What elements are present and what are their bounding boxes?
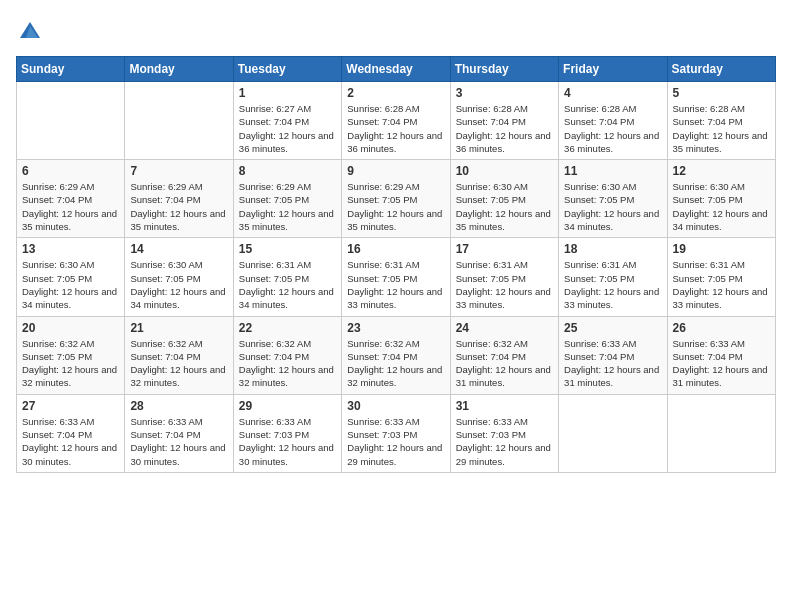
day-cell: 22Sunrise: 6:32 AM Sunset: 7:04 PM Dayli… [233,316,341,394]
day-cell [17,82,125,160]
header-saturday: Saturday [667,57,775,82]
logo [16,16,48,44]
day-number: 22 [239,321,336,335]
day-cell: 11Sunrise: 6:30 AM Sunset: 7:05 PM Dayli… [559,160,667,238]
day-info: Sunrise: 6:33 AM Sunset: 7:04 PM Dayligh… [564,337,661,390]
day-cell [125,82,233,160]
day-cell: 27Sunrise: 6:33 AM Sunset: 7:04 PM Dayli… [17,394,125,472]
day-cell: 2Sunrise: 6:28 AM Sunset: 7:04 PM Daylig… [342,82,450,160]
day-cell: 26Sunrise: 6:33 AM Sunset: 7:04 PM Dayli… [667,316,775,394]
day-info: Sunrise: 6:28 AM Sunset: 7:04 PM Dayligh… [456,102,553,155]
day-number: 19 [673,242,770,256]
day-cell: 3Sunrise: 6:28 AM Sunset: 7:04 PM Daylig… [450,82,558,160]
day-number: 29 [239,399,336,413]
day-info: Sunrise: 6:32 AM Sunset: 7:04 PM Dayligh… [347,337,444,390]
day-cell: 28Sunrise: 6:33 AM Sunset: 7:04 PM Dayli… [125,394,233,472]
day-info: Sunrise: 6:33 AM Sunset: 7:03 PM Dayligh… [239,415,336,468]
week-row-5: 27Sunrise: 6:33 AM Sunset: 7:04 PM Dayli… [17,394,776,472]
week-row-4: 20Sunrise: 6:32 AM Sunset: 7:05 PM Dayli… [17,316,776,394]
day-info: Sunrise: 6:31 AM Sunset: 7:05 PM Dayligh… [456,258,553,311]
day-cell: 25Sunrise: 6:33 AM Sunset: 7:04 PM Dayli… [559,316,667,394]
calendar-table: SundayMondayTuesdayWednesdayThursdayFrid… [16,56,776,473]
header-tuesday: Tuesday [233,57,341,82]
calendar-body: 1Sunrise: 6:27 AM Sunset: 7:04 PM Daylig… [17,82,776,473]
day-cell: 10Sunrise: 6:30 AM Sunset: 7:05 PM Dayli… [450,160,558,238]
page-header [16,16,776,44]
day-info: Sunrise: 6:29 AM Sunset: 7:05 PM Dayligh… [347,180,444,233]
day-info: Sunrise: 6:31 AM Sunset: 7:05 PM Dayligh… [564,258,661,311]
day-cell [559,394,667,472]
day-number: 12 [673,164,770,178]
day-cell [667,394,775,472]
day-number: 26 [673,321,770,335]
day-number: 20 [22,321,119,335]
day-info: Sunrise: 6:33 AM Sunset: 7:04 PM Dayligh… [130,415,227,468]
day-number: 10 [456,164,553,178]
day-info: Sunrise: 6:30 AM Sunset: 7:05 PM Dayligh… [22,258,119,311]
day-cell: 4Sunrise: 6:28 AM Sunset: 7:04 PM Daylig… [559,82,667,160]
day-info: Sunrise: 6:30 AM Sunset: 7:05 PM Dayligh… [456,180,553,233]
day-number: 16 [347,242,444,256]
day-info: Sunrise: 6:30 AM Sunset: 7:05 PM Dayligh… [564,180,661,233]
day-info: Sunrise: 6:31 AM Sunset: 7:05 PM Dayligh… [347,258,444,311]
day-cell: 29Sunrise: 6:33 AM Sunset: 7:03 PM Dayli… [233,394,341,472]
day-info: Sunrise: 6:31 AM Sunset: 7:05 PM Dayligh… [239,258,336,311]
day-number: 9 [347,164,444,178]
header-wednesday: Wednesday [342,57,450,82]
day-info: Sunrise: 6:28 AM Sunset: 7:04 PM Dayligh… [347,102,444,155]
day-info: Sunrise: 6:33 AM Sunset: 7:04 PM Dayligh… [673,337,770,390]
day-info: Sunrise: 6:29 AM Sunset: 7:04 PM Dayligh… [130,180,227,233]
day-cell: 21Sunrise: 6:32 AM Sunset: 7:04 PM Dayli… [125,316,233,394]
day-number: 30 [347,399,444,413]
day-info: Sunrise: 6:32 AM Sunset: 7:05 PM Dayligh… [22,337,119,390]
day-number: 11 [564,164,661,178]
day-info: Sunrise: 6:29 AM Sunset: 7:04 PM Dayligh… [22,180,119,233]
header-friday: Friday [559,57,667,82]
day-number: 1 [239,86,336,100]
week-row-3: 13Sunrise: 6:30 AM Sunset: 7:05 PM Dayli… [17,238,776,316]
day-cell: 7Sunrise: 6:29 AM Sunset: 7:04 PM Daylig… [125,160,233,238]
day-cell: 23Sunrise: 6:32 AM Sunset: 7:04 PM Dayli… [342,316,450,394]
day-info: Sunrise: 6:33 AM Sunset: 7:03 PM Dayligh… [456,415,553,468]
day-cell: 15Sunrise: 6:31 AM Sunset: 7:05 PM Dayli… [233,238,341,316]
day-cell: 6Sunrise: 6:29 AM Sunset: 7:04 PM Daylig… [17,160,125,238]
day-number: 6 [22,164,119,178]
day-info: Sunrise: 6:32 AM Sunset: 7:04 PM Dayligh… [456,337,553,390]
header-monday: Monday [125,57,233,82]
day-cell: 17Sunrise: 6:31 AM Sunset: 7:05 PM Dayli… [450,238,558,316]
day-info: Sunrise: 6:28 AM Sunset: 7:04 PM Dayligh… [673,102,770,155]
week-row-1: 1Sunrise: 6:27 AM Sunset: 7:04 PM Daylig… [17,82,776,160]
day-number: 5 [673,86,770,100]
day-info: Sunrise: 6:32 AM Sunset: 7:04 PM Dayligh… [130,337,227,390]
day-number: 27 [22,399,119,413]
day-cell: 12Sunrise: 6:30 AM Sunset: 7:05 PM Dayli… [667,160,775,238]
day-number: 7 [130,164,227,178]
day-cell: 30Sunrise: 6:33 AM Sunset: 7:03 PM Dayli… [342,394,450,472]
day-number: 31 [456,399,553,413]
day-number: 2 [347,86,444,100]
day-info: Sunrise: 6:33 AM Sunset: 7:03 PM Dayligh… [347,415,444,468]
day-number: 23 [347,321,444,335]
day-number: 4 [564,86,661,100]
day-info: Sunrise: 6:33 AM Sunset: 7:04 PM Dayligh… [22,415,119,468]
day-number: 17 [456,242,553,256]
week-row-2: 6Sunrise: 6:29 AM Sunset: 7:04 PM Daylig… [17,160,776,238]
day-cell: 5Sunrise: 6:28 AM Sunset: 7:04 PM Daylig… [667,82,775,160]
day-number: 13 [22,242,119,256]
day-number: 15 [239,242,336,256]
day-cell: 14Sunrise: 6:30 AM Sunset: 7:05 PM Dayli… [125,238,233,316]
day-number: 25 [564,321,661,335]
day-number: 14 [130,242,227,256]
day-cell: 9Sunrise: 6:29 AM Sunset: 7:05 PM Daylig… [342,160,450,238]
day-info: Sunrise: 6:27 AM Sunset: 7:04 PM Dayligh… [239,102,336,155]
calendar-header: SundayMondayTuesdayWednesdayThursdayFrid… [17,57,776,82]
day-cell: 16Sunrise: 6:31 AM Sunset: 7:05 PM Dayli… [342,238,450,316]
day-cell: 8Sunrise: 6:29 AM Sunset: 7:05 PM Daylig… [233,160,341,238]
day-info: Sunrise: 6:29 AM Sunset: 7:05 PM Dayligh… [239,180,336,233]
day-info: Sunrise: 6:31 AM Sunset: 7:05 PM Dayligh… [673,258,770,311]
day-number: 18 [564,242,661,256]
header-sunday: Sunday [17,57,125,82]
logo-icon [16,16,44,44]
day-cell: 13Sunrise: 6:30 AM Sunset: 7:05 PM Dayli… [17,238,125,316]
day-cell: 24Sunrise: 6:32 AM Sunset: 7:04 PM Dayli… [450,316,558,394]
